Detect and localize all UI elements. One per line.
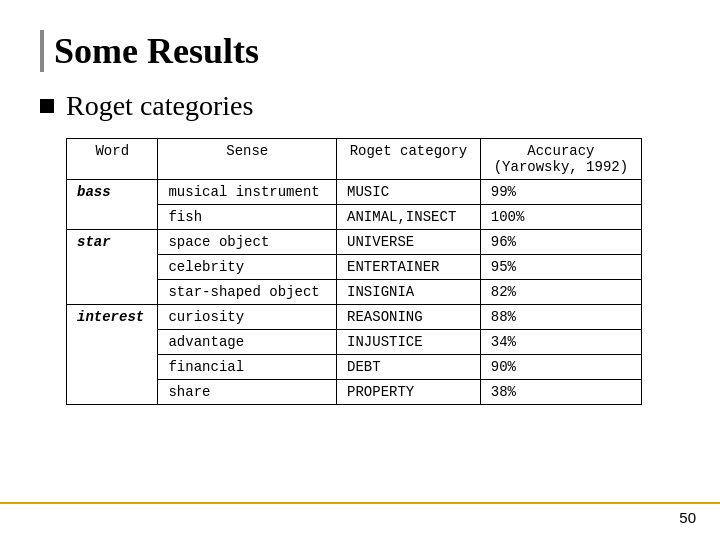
table-row: interestcuriosityREASONING88% [67,305,642,330]
page-container: Some Results Roget categories Word Sense… [0,0,720,425]
word-cell: star [67,230,158,305]
word-cell: interest [67,305,158,405]
sense-cell: star-shaped object [158,280,337,305]
roget-cell: MUSIC [337,180,481,205]
roget-cell: DEBT [337,355,481,380]
table-row: starspace objectUNIVERSE96% [67,230,642,255]
accuracy-cell: 34% [480,330,641,355]
col-header-word: Word [67,139,158,180]
accuracy-cell: 99% [480,180,641,205]
sense-cell: space object [158,230,337,255]
roget-cell: ENTERTAINER [337,255,481,280]
col-header-roget: Roget category [337,139,481,180]
sense-cell: musical instrument [158,180,337,205]
table-header-row: Word Sense Roget category Accuracy(Yarow… [67,139,642,180]
roget-cell: PROPERTY [337,380,481,405]
sense-cell: financial [158,355,337,380]
bottom-divider [0,502,720,504]
roget-cell: REASONING [337,305,481,330]
roget-cell: ANIMAL,INSECT [337,205,481,230]
accuracy-cell: 38% [480,380,641,405]
page-number: 50 [679,509,696,526]
word-cell: bass [67,180,158,230]
sense-cell: share [158,380,337,405]
roget-cell: UNIVERSE [337,230,481,255]
roget-cell: INJUSTICE [337,330,481,355]
sense-cell: celebrity [158,255,337,280]
sense-cell: curiosity [158,305,337,330]
col-header-sense: Sense [158,139,337,180]
accuracy-cell: 88% [480,305,641,330]
sense-cell: advantage [158,330,337,355]
accuracy-cell: 96% [480,230,641,255]
bullet-icon [40,99,54,113]
accuracy-cell: 90% [480,355,641,380]
accuracy-cell: 95% [480,255,641,280]
results-table: Word Sense Roget category Accuracy(Yarow… [66,138,642,405]
col-header-accuracy: Accuracy(Yarowsky, 1992) [480,139,641,180]
roget-cell: INSIGNIA [337,280,481,305]
accuracy-cell: 100% [480,205,641,230]
page-title: Some Results [40,30,680,72]
section-header: Roget categories [40,90,680,122]
accuracy-cell: 82% [480,280,641,305]
table-row: bassmusical instrumentMUSIC99% [67,180,642,205]
section-title: Roget categories [66,90,253,122]
sense-cell: fish [158,205,337,230]
